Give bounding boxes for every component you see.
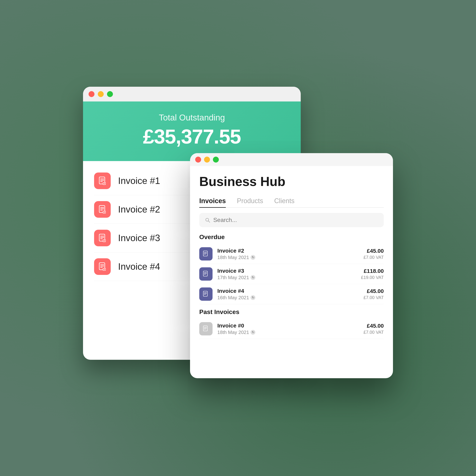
front-maximize-button[interactable] (213, 157, 219, 163)
invoice-icon-4 (94, 258, 111, 275)
recur-badge-4: ↻ (251, 295, 255, 300)
app-title: Business Hub (199, 174, 384, 189)
past-invoice-amounts-0: £45.00 £7.00 VAT (363, 323, 384, 335)
past-invoices-label: Past Invoices (199, 308, 384, 316)
header-banner: Total Outstanding £35,377.55 (83, 102, 301, 161)
overdue-invoice-name-2: Invoice #2 (217, 248, 363, 254)
overdue-invoice-amounts-2: £45.00 £7.00 VAT (363, 248, 384, 260)
search-icon (205, 217, 210, 223)
outstanding-label: Total Outstanding (90, 113, 293, 122)
overdue-invoice-date-2: 18th May 2021 ↻ (217, 255, 363, 260)
minimize-button[interactable] (98, 91, 104, 97)
front-content: Business Hub Invoices Products Clients O… (190, 166, 393, 344)
overdue-amount-4: £45.00 (363, 288, 384, 294)
recur-badge-3: ↻ (251, 275, 255, 280)
overdue-invoice-icon-2 (199, 247, 213, 260)
maximize-button[interactable] (107, 91, 113, 97)
overdue-vat-4: £7.00 VAT (363, 295, 384, 300)
front-close-button[interactable] (195, 157, 201, 163)
past-amount-0: £45.00 (363, 323, 384, 329)
overdue-invoice-name-3: Invoice #3 (217, 268, 361, 274)
front-window-titlebar (190, 153, 393, 166)
overdue-invoice-date-3: 17th May 2021 ↻ (217, 275, 361, 280)
front-window: Business Hub Invoices Products Clients O… (190, 153, 393, 378)
overdue-invoice-info-4: Invoice #4 16th May 2021 ↻ (217, 288, 363, 301)
close-button[interactable] (88, 91, 94, 97)
tab-invoices[interactable]: Invoices (199, 194, 226, 207)
outstanding-amount: £35,377.55 (90, 125, 293, 148)
tabs-container: Invoices Products Clients (199, 194, 384, 208)
past-invoice-info-0: Invoice #0 18th May 2021 ↻ (217, 323, 363, 335)
overdue-invoice-date-4: 16th May 2021 ↻ (217, 295, 363, 301)
invoice-icon-3 (94, 230, 111, 246)
overdue-invoice-row-2[interactable]: Invoice #2 18th May 2021 ↻ £45.00 £7.00 … (199, 244, 384, 264)
back-window-titlebar (83, 87, 301, 102)
past-invoice-icon-0 (199, 322, 213, 335)
invoice-icon-2 (94, 201, 111, 218)
overdue-amount-3: £118.00 (361, 268, 384, 274)
overdue-amount-2: £45.00 (363, 248, 384, 254)
svg-line-29 (208, 221, 210, 222)
past-invoice-row-0[interactable]: Invoice #0 18th May 2021 ↻ £45.00 £7.00 … (199, 319, 384, 339)
overdue-invoice-icon-4 (199, 288, 213, 301)
past-invoice-date-0: 18th May 2021 ↻ (217, 329, 363, 335)
overdue-invoice-info-2: Invoice #2 18th May 2021 ↻ (217, 248, 363, 260)
overdue-invoice-amounts-4: £45.00 £7.00 VAT (363, 288, 384, 300)
overdue-vat-2: £7.00 VAT (363, 255, 384, 260)
tab-clients[interactable]: Clients (274, 194, 294, 207)
overdue-invoice-row-3[interactable]: Invoice #3 17th May 2021 ↻ £118.00 £19.0… (199, 264, 384, 284)
overdue-invoice-name-4: Invoice #4 (217, 288, 363, 294)
recur-badge-past-0: ↻ (251, 330, 255, 335)
overdue-invoice-icon-3 (199, 267, 213, 281)
past-invoices-section: Past Invoices Invoice #0 (199, 308, 384, 339)
overdue-vat-3: £19.00 VAT (361, 275, 384, 280)
search-input[interactable] (213, 217, 378, 223)
past-invoice-name-0: Invoice #0 (217, 323, 363, 329)
past-vat-0: £7.00 VAT (363, 330, 384, 335)
front-minimize-button[interactable] (204, 157, 210, 163)
invoice-icon-1 (94, 172, 111, 189)
tab-products[interactable]: Products (237, 194, 263, 207)
overdue-invoice-info-3: Invoice #3 17th May 2021 ↻ (217, 268, 361, 280)
overdue-section-label: Overdue (199, 233, 384, 240)
overdue-invoice-row-4[interactable]: Invoice #4 16th May 2021 ↻ £45.00 £7.00 … (199, 284, 384, 304)
recur-badge-2: ↻ (251, 255, 255, 260)
overdue-invoice-amounts-3: £118.00 £19.00 VAT (361, 268, 384, 280)
search-bar (199, 213, 384, 227)
